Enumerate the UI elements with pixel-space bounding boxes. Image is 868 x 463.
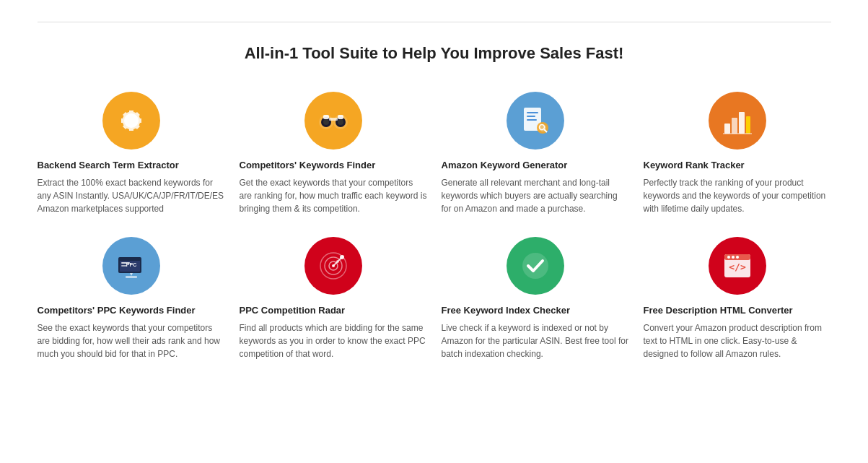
svg-rect-11 bbox=[527, 112, 538, 113]
amazon-keyword-gen-title: Amazon Keyword Generator bbox=[442, 160, 568, 170]
free-keyword-index-title: Free Keyword Index Checker bbox=[442, 305, 570, 316]
ppc-competition-radar-icon-wrapper bbox=[304, 237, 362, 295]
ppc-competition-radar-description: Find all products which are bidding for … bbox=[240, 321, 427, 360]
svg-rect-21 bbox=[746, 116, 750, 134]
svg-rect-8 bbox=[338, 115, 343, 119]
free-description-html-description: Convert your Amazon product description … bbox=[644, 321, 831, 360]
card-free-keyword-index: Free Keyword Index CheckerLive check if … bbox=[442, 237, 629, 360]
svg-rect-12 bbox=[527, 116, 535, 117]
svg-point-6 bbox=[338, 119, 343, 125]
svg-text:</>: </> bbox=[729, 261, 746, 272]
svg-rect-18 bbox=[724, 124, 730, 134]
svg-point-42 bbox=[732, 256, 735, 259]
svg-text:PPC: PPC bbox=[126, 262, 136, 267]
svg-rect-7 bbox=[323, 115, 329, 119]
keyword-rank-tracker-description: Perfectly track the ranking of your prod… bbox=[644, 176, 831, 215]
card-keyword-rank-tracker: Keyword Rank TrackerPerfectly track the … bbox=[644, 92, 831, 215]
svg-point-38 bbox=[522, 253, 548, 279]
card-free-description-html: </> Free Description HTML ConverterConve… bbox=[644, 237, 831, 360]
ppc-keywords-finder-icon-wrapper: PPC bbox=[102, 237, 160, 295]
card-competitors-keywords: Competitors' Keywords FinderGet the exac… bbox=[240, 92, 427, 215]
free-description-html-icon-wrapper: </> bbox=[709, 237, 766, 295]
card-amazon-keyword-gen: Amazon Keyword GeneratorGenerate all rel… bbox=[442, 92, 629, 215]
ppc-keywords-finder-description: See the exact keywords that your competi… bbox=[38, 321, 225, 360]
competitors-keywords-description: Get the exact keywords that your competi… bbox=[240, 176, 427, 215]
svg-rect-9 bbox=[329, 118, 338, 121]
page-title: All-in-1 Tool Suite to Help You Improve … bbox=[38, 44, 831, 63]
free-keyword-index-description: Live check if a keyword is indexed or no… bbox=[442, 321, 629, 360]
keyword-rank-tracker-icon-wrapper bbox=[709, 92, 766, 150]
svg-point-37 bbox=[336, 260, 339, 263]
ppc-competition-radar-title: PPC Competition Radar bbox=[240, 305, 346, 316]
card-ppc-competition-radar: PPC Competition RadarFind all products w… bbox=[240, 237, 427, 360]
svg-point-4 bbox=[323, 119, 329, 125]
top-divider bbox=[38, 22, 831, 22]
svg-rect-13 bbox=[527, 119, 537, 121]
svg-rect-30 bbox=[126, 276, 137, 278]
amazon-keyword-gen-icon-wrapper bbox=[507, 92, 564, 150]
svg-marker-29 bbox=[130, 273, 133, 276]
free-keyword-index-icon-wrapper bbox=[507, 237, 564, 295]
competitors-keywords-icon-wrapper bbox=[304, 92, 362, 150]
backend-search-title: Backend Search Term Extractor bbox=[38, 160, 179, 170]
backend-search-description: Extract the 100% exact backend keywords … bbox=[38, 176, 225, 215]
svg-rect-19 bbox=[732, 118, 737, 134]
svg-rect-20 bbox=[739, 112, 745, 134]
cards-grid: Backend Search Term ExtractorExtract the… bbox=[38, 92, 831, 360]
svg-point-41 bbox=[727, 256, 730, 259]
card-ppc-keywords-finder: PPC Competitors' PPC Keywords FinderSee … bbox=[38, 237, 225, 360]
svg-rect-25 bbox=[120, 259, 140, 261]
svg-point-36 bbox=[340, 255, 344, 259]
card-backend-search: Backend Search Term ExtractorExtract the… bbox=[38, 92, 225, 215]
svg-point-43 bbox=[736, 256, 739, 259]
free-description-html-title: Free Description HTML Converter bbox=[644, 305, 793, 316]
backend-search-icon-wrapper bbox=[102, 92, 160, 150]
main-container: All-in-1 Tool Suite to Help You Improve … bbox=[38, 22, 831, 360]
keyword-rank-tracker-title: Keyword Rank Tracker bbox=[644, 160, 745, 170]
competitors-keywords-title: Competitors' Keywords Finder bbox=[240, 160, 376, 170]
ppc-keywords-finder-title: Competitors' PPC Keywords Finder bbox=[38, 305, 196, 316]
amazon-keyword-gen-description: Generate all relevant merchant and long-… bbox=[442, 176, 629, 215]
